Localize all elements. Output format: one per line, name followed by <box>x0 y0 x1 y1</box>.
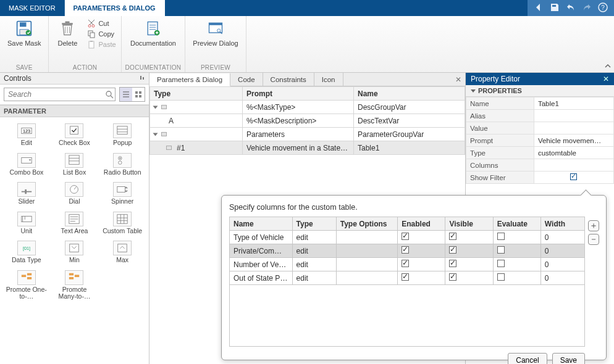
checkbox[interactable] <box>497 246 505 254</box>
params-row[interactable]: #1Vehicle movement in a State…Table1 <box>150 141 465 155</box>
columns-row[interactable]: Type of Vehicleedit0 <box>230 231 585 244</box>
property-editor-close[interactable]: ✕ <box>603 75 609 83</box>
cut-button[interactable]: Cut <box>86 19 117 28</box>
columns-header[interactable]: Visible <box>445 217 493 231</box>
search-input[interactable] <box>4 88 116 101</box>
undo-icon[interactable] <box>566 2 576 14</box>
control-item[interactable]: Dial <box>51 181 99 207</box>
back-icon[interactable] <box>534 2 544 14</box>
save-icon[interactable] <box>550 2 560 14</box>
remove-row-button[interactable]: － <box>588 234 599 245</box>
checkbox[interactable] <box>449 233 456 240</box>
control-label: Popup <box>113 139 132 147</box>
redo-icon[interactable] <box>582 2 592 14</box>
control-item[interactable]: Slider <box>2 181 51 207</box>
documentation-button[interactable]: Documentation <box>127 19 180 48</box>
control-item[interactable]: Promote One-to-… <box>2 269 51 302</box>
search-icon <box>104 89 114 101</box>
checkbox[interactable] <box>570 173 577 180</box>
checkbox[interactable] <box>402 233 409 240</box>
params-row[interactable]: %<MaskType>DescGroupVar <box>150 101 465 114</box>
control-label: Edit <box>21 139 32 147</box>
params-col-prompt[interactable]: Prompt <box>243 87 354 101</box>
control-item[interactable]: Max <box>98 239 146 265</box>
control-item[interactable]: Promote Many-to-… <box>51 269 99 302</box>
svg-rect-68 <box>69 273 74 275</box>
property-row[interactable]: NameTable1 <box>466 97 614 110</box>
svg-rect-3 <box>20 22 27 27</box>
columns-header[interactable]: Type Options <box>336 217 398 231</box>
tab-code[interactable]: Code <box>230 73 263 86</box>
property-row[interactable]: PromptVehicle movemen… <box>466 134 614 147</box>
control-label: List Box <box>63 169 86 176</box>
control-item[interactable]: Unit <box>2 210 51 236</box>
params-row[interactable]: A%<MaskDescription>DescTextVar <box>150 114 465 128</box>
columns-row[interactable]: Number of Ve…edit0 <box>230 258 585 271</box>
control-item[interactable]: Combo Box <box>2 152 51 178</box>
control-item[interactable]: Check Box <box>51 122 99 148</box>
view-grid-button[interactable] <box>132 88 145 101</box>
checkbox[interactable] <box>449 260 456 267</box>
checkbox[interactable] <box>449 273 456 281</box>
cancel-button[interactable]: Cancel <box>508 353 547 364</box>
svg-rect-63 <box>70 244 79 252</box>
property-row[interactable]: Columns <box>466 159 614 172</box>
tab-params-dialog[interactable]: Parameters & Dialog <box>149 73 230 86</box>
control-icon: [01] <box>17 241 36 255</box>
columns-header[interactable]: Width <box>540 217 584 231</box>
checkbox[interactable] <box>449 246 456 254</box>
columns-header[interactable]: Name <box>230 217 293 231</box>
checkbox[interactable] <box>497 273 505 281</box>
columns-header[interactable]: Evaluate <box>493 217 540 231</box>
property-row[interactable]: Show Filter <box>466 172 614 184</box>
columns-row[interactable]: Out of State P…edit0 <box>230 271 585 285</box>
properties-section-header[interactable]: PROPERTIES <box>466 85 614 97</box>
property-row[interactable]: Alias <box>466 110 614 122</box>
control-label: Check Box <box>59 139 90 147</box>
property-row[interactable]: Typecustomtable <box>466 147 614 159</box>
control-item[interactable]: Text Area <box>51 210 99 236</box>
control-item[interactable]: List Box <box>51 152 99 178</box>
property-row[interactable]: Value <box>466 122 614 134</box>
save-button[interactable]: Save <box>552 353 585 364</box>
columns-header[interactable]: Type <box>292 217 336 231</box>
delete-button[interactable]: Delete <box>53 19 82 48</box>
control-item[interactable]: [01]Data Type <box>2 239 51 265</box>
view-list-button[interactable] <box>120 88 132 101</box>
control-icon <box>65 182 83 197</box>
add-row-button[interactable]: ＋ <box>588 220 599 231</box>
control-label: Slider <box>18 198 35 205</box>
checkbox[interactable] <box>402 273 409 281</box>
copy-button[interactable]: Copy <box>86 29 117 39</box>
params-col-name[interactable]: Name <box>354 87 465 101</box>
control-icon <box>113 123 132 138</box>
tab-close-button[interactable]: ✕ <box>452 75 465 84</box>
save-mask-button[interactable]: Save Mask <box>4 19 44 48</box>
control-item[interactable]: Popup <box>98 122 146 148</box>
control-label: Data Type <box>12 257 41 264</box>
controls-sort-button[interactable] <box>139 74 145 83</box>
checkbox[interactable] <box>497 233 505 240</box>
columns-header[interactable]: Enabled <box>398 217 445 231</box>
params-col-type[interactable]: Type <box>150 87 243 101</box>
ribbon-collapse-button[interactable] <box>602 16 614 72</box>
control-icon <box>113 182 132 197</box>
checkbox[interactable] <box>402 260 409 267</box>
columns-row[interactable]: Private/Com…edit0 <box>230 244 585 258</box>
tab-parameters-dialog[interactable]: PARAMETERS & DIALOG <box>65 0 165 16</box>
ribbon-group-preview-label: PREVIEW <box>201 64 230 71</box>
help-icon[interactable]: ? <box>598 2 608 14</box>
control-item[interactable]: Radio Button <box>98 152 146 178</box>
control-item[interactable]: 123Edit <box>2 122 51 148</box>
tab-icon[interactable]: Icon <box>314 73 343 86</box>
control-item[interactable]: Min <box>51 239 99 265</box>
tab-mask-editor[interactable]: MASK EDITOR <box>0 0 65 16</box>
params-row[interactable]: ParametersParameterGroupVar <box>150 128 465 141</box>
checkbox[interactable] <box>402 246 409 254</box>
tab-constraints[interactable]: Constraints <box>263 73 314 86</box>
control-item[interactable]: Spinner <box>98 181 146 207</box>
checkbox[interactable] <box>497 260 505 267</box>
preview-dialog-button[interactable]: Preview Dialog <box>189 19 242 48</box>
control-item[interactable]: Custom Table <box>98 210 146 236</box>
control-label: Radio Button <box>104 169 141 176</box>
